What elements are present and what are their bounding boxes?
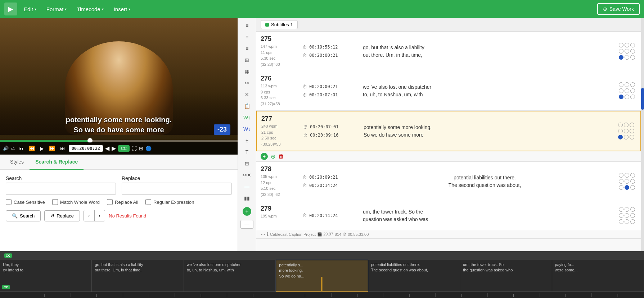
timeline-segment[interactable]: um, the tower truck. Sothe question was …: [460, 260, 552, 292]
tool-grid[interactable]: ⊞: [240, 55, 253, 65]
radio[interactable]: [625, 82, 629, 87]
delete-row-icon[interactable]: 🗑: [278, 153, 284, 160]
tool-layers[interactable]: ⊟: [240, 158, 253, 169]
add-row-icon[interactable]: ⊕: [271, 153, 275, 160]
radio[interactable]: [625, 43, 629, 47]
timeline-segment[interactable]: Um, theyey intend to CC: [0, 260, 92, 292]
radio[interactable]: [630, 82, 635, 87]
subtitle-278-text[interactable]: potential liabilities out there.The seco…: [357, 162, 612, 201]
radio[interactable]: [619, 173, 623, 178]
radio[interactable]: [630, 207, 635, 212]
step-back-button[interactable]: ⏪: [27, 145, 36, 152]
step-forward-button[interactable]: ⏩: [48, 145, 57, 152]
radio[interactable]: [619, 207, 623, 212]
play-button[interactable]: ▶: [39, 145, 45, 152]
subtitle-277-text[interactable]: potentially some more looking.So we do h…: [358, 111, 612, 151]
tool-x[interactable]: ✕: [240, 89, 253, 100]
tool-lines-1[interactable]: ≡: [240, 20, 253, 31]
timeline-segment[interactable]: potential liabilities out there.The seco…: [368, 260, 460, 292]
radio[interactable]: [625, 219, 629, 224]
caption-mode-button[interactable]: CC: [118, 145, 130, 152]
menu-edit[interactable]: Edit ▾: [20, 4, 40, 14]
radio[interactable]: [619, 219, 623, 224]
search-input[interactable]: [6, 183, 116, 195]
subtitles-tab[interactable]: Subtitles 1: [261, 20, 298, 29]
radio[interactable]: [630, 55, 635, 60]
radio[interactable]: [630, 129, 634, 133]
radio-filled[interactable]: [619, 95, 623, 99]
menu-timecode[interactable]: Timecode ▾: [73, 4, 107, 14]
tool-minus-red[interactable]: —: [240, 181, 253, 192]
tool-text-format[interactable]: T: [240, 147, 253, 157]
radio[interactable]: [625, 88, 629, 93]
tab-styles[interactable]: Styles: [4, 155, 30, 170]
menu-insert[interactable]: Insert ▾: [110, 4, 134, 14]
search-button[interactable]: 🔍 Search: [6, 210, 41, 221]
radio[interactable]: [630, 88, 635, 93]
remove-subtitle-button[interactable]: —: [240, 220, 253, 229]
radio[interactable]: [619, 43, 623, 47]
radio[interactable]: [624, 135, 629, 139]
skip-end-button[interactable]: ⏭: [59, 145, 67, 152]
tool-lines-3[interactable]: ≡: [240, 43, 253, 54]
radio[interactable]: [630, 185, 635, 190]
subtitle-275-text[interactable]: go, but that 's also a liabilityout ther…: [357, 32, 612, 71]
match-whole-word-checkbox[interactable]: Match Whole Word: [52, 199, 100, 205]
replace-all-checkbox[interactable]: Replace All: [107, 199, 138, 205]
radio-filled[interactable]: [625, 185, 629, 190]
scroll-thumb[interactable]: [641, 88, 644, 110]
radio[interactable]: [619, 49, 623, 54]
radio[interactable]: [624, 123, 629, 127]
settings-video-button[interactable]: ⊞: [139, 146, 143, 151]
tool-bars[interactable]: ▮▮: [240, 193, 253, 203]
radio[interactable]: [630, 95, 635, 99]
radio[interactable]: [630, 213, 635, 218]
logo-button[interactable]: ▶: [4, 3, 17, 15]
save-button[interactable]: ⊕ Save Work: [597, 3, 640, 15]
radio[interactable]: [625, 49, 629, 54]
prev-subtitle-button[interactable]: ◀: [105, 145, 109, 152]
radio[interactable]: [619, 185, 623, 190]
timeline-segment[interactable]: we 've also lost one dispatcherto, uh, t…: [184, 260, 276, 292]
radio[interactable]: [630, 219, 635, 224]
subtitle-276-text[interactable]: we 've also lost one dispatcherto, uh, t…: [357, 71, 612, 110]
radio[interactable]: [625, 213, 629, 218]
skip-back-start-button[interactable]: ⏮: [17, 145, 25, 152]
radio[interactable]: [619, 213, 623, 218]
radio[interactable]: [625, 173, 629, 178]
video-options-button[interactable]: 🔵: [145, 146, 152, 151]
regular-expression-checkbox[interactable]: Regular Expression: [145, 199, 194, 205]
replace-button[interactable]: ↺ Replace: [44, 210, 80, 221]
menu-format[interactable]: Format ▾: [43, 4, 71, 14]
radio[interactable]: [630, 49, 635, 54]
add-subtitle-between-button[interactable]: +: [261, 153, 268, 160]
tool-scissors[interactable]: ✂: [240, 78, 253, 88]
info-icon[interactable]: ℹ: [267, 231, 269, 237]
next-subtitle-button[interactable]: ▶: [112, 145, 116, 152]
tool-w-down[interactable]: W↓: [240, 124, 253, 134]
radio-filled[interactable]: [618, 135, 623, 139]
tool-lines-2[interactable]: ≡: [240, 32, 253, 42]
prev-result-button[interactable]: ‹: [84, 210, 95, 221]
radio[interactable]: [625, 55, 629, 60]
tool-cut-x[interactable]: ✂✕: [240, 170, 253, 180]
radio[interactable]: [619, 179, 623, 184]
timeline-segment[interactable]: go, but that 's also a liabilityout ther…: [92, 260, 184, 292]
radio[interactable]: [630, 123, 634, 127]
subtitle-list[interactable]: 275 147 wpm11 cps5.30 sec(32,28)=60 ⏱ 00…: [256, 32, 641, 251]
radio[interactable]: [630, 173, 635, 178]
case-sensitive-checkbox[interactable]: Case Sensitive: [6, 199, 45, 205]
radio[interactable]: [619, 82, 623, 87]
tool-table[interactable]: ▦: [240, 66, 253, 77]
subtitle-279-text[interactable]: um, the tower truck. So thequestion was …: [357, 201, 612, 230]
radio[interactable]: [625, 207, 629, 212]
tab-search-replace[interactable]: Search & Replace: [30, 155, 84, 170]
tool-clipboard[interactable]: 📋: [240, 101, 253, 111]
radio[interactable]: [630, 135, 634, 139]
radio-filled[interactable]: [619, 55, 623, 60]
fullscreen-button[interactable]: ⛶: [132, 146, 137, 151]
radio[interactable]: [630, 179, 635, 184]
tool-plus-minus[interactable]: ±: [240, 135, 253, 146]
next-result-button[interactable]: ›: [95, 210, 105, 221]
radio[interactable]: [618, 129, 623, 133]
